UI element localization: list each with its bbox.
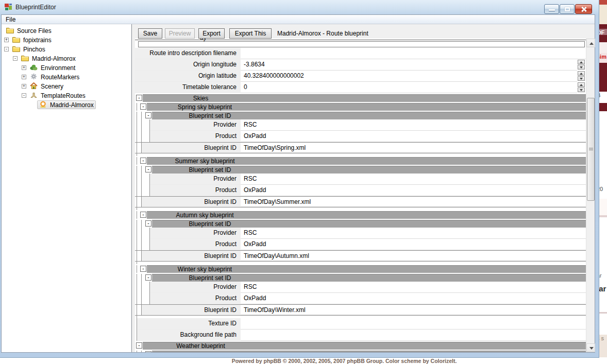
collapse-button[interactable]: - [140, 266, 146, 272]
tree-item-source-files[interactable]: Source Files [2, 26, 131, 35]
collapse-button[interactable]: - [140, 103, 146, 110]
tree-node-body[interactable]: Scenery [28, 82, 65, 90]
collapse-button[interactable]: - [136, 95, 142, 101]
numeric-spinner[interactable] [578, 82, 585, 93]
property-value[interactable]: RSC [241, 282, 586, 293]
tree-node-body[interactable]: Pinchos [11, 45, 47, 53]
scrollbar-thumb[interactable] [587, 98, 595, 201]
tree-node-body[interactable]: Source Files [5, 27, 53, 34]
group-guide-line [137, 197, 137, 207]
vertical-scrollbar[interactable] [586, 39, 595, 352]
tree-node-body[interactable]: RouteMarkers [28, 73, 81, 81]
collapse-button[interactable]: - [145, 274, 151, 281]
property-value[interactable]: TimeOfDay\Summer.xml [241, 197, 586, 207]
collapse-button[interactable]: - [145, 351, 151, 352]
tree-node-body[interactable]: fopixtrains [11, 36, 53, 44]
group-gap [135, 262, 586, 264]
expand-icon[interactable]: + [22, 65, 26, 70]
collapse-button[interactable]: - [145, 220, 151, 227]
group-header-blueprint-set-id: -Blueprint set ID [135, 112, 586, 119]
tree-node-body[interactable]: Environment [28, 64, 77, 72]
property-value[interactable]: 0 [241, 82, 577, 93]
expand-icon[interactable]: + [4, 38, 9, 42]
tree-item-environment[interactable]: +Environment [2, 63, 131, 72]
property-value[interactable]: -3.8634 [241, 59, 577, 71]
menu-file[interactable]: File [2, 15, 20, 24]
property-value[interactable]: TimeOfDay\Winter.xml [241, 305, 586, 315]
tree-node-body[interactable]: Madrid-Almorox [20, 55, 77, 62]
folder-icon [21, 55, 29, 62]
tree-item-pinchos[interactable]: -Pinchos [2, 44, 131, 54]
tree-item-scenery[interactable]: +Scenery [2, 81, 131, 91]
property-value[interactable]: OxPadd [241, 185, 586, 196]
group-guide-line [141, 131, 142, 142]
group-guide-line [137, 103, 137, 111]
tree-item-templateroutes[interactable]: -TemplateRoutes [2, 91, 131, 100]
group-guide-line [137, 174, 137, 185]
document-title: Madrid-Almorox - Route blueprint [277, 30, 368, 37]
scroll-up-button[interactable] [586, 39, 595, 47]
arrow-up-icon [589, 42, 594, 45]
spinner-up-button[interactable] [578, 71, 585, 76]
group-guide-line [137, 351, 137, 352]
tree-item-fopixtrains[interactable]: +fopixtrains [2, 35, 131, 44]
tree-item-madrid-almorox[interactable]: -Madrid-Almorox [2, 54, 131, 63]
property-value[interactable]: RSC [241, 174, 586, 185]
group-header-skies: -Skies [135, 94, 586, 102]
property-value[interactable]: 40.328400000000002 [241, 71, 577, 82]
text-input[interactable] [138, 41, 585, 47]
scroll-down-button[interactable] [586, 343, 595, 352]
tree-node-body[interactable]: TemplateRoutes [28, 92, 87, 99]
save-button[interactable]: Save [138, 28, 162, 39]
minimize-button[interactable] [544, 4, 559, 14]
export-this-button[interactable]: Export This [229, 28, 272, 39]
group-header-winter-sky-blueprint: -Winter sky blueprint [135, 265, 586, 273]
spinner-down-button[interactable] [578, 88, 585, 92]
property-label: Texture ID [137, 318, 241, 330]
collapse-button[interactable]: - [145, 166, 151, 172]
collapse-button[interactable]: - [136, 342, 142, 349]
property-value[interactable]: OxPadd [241, 293, 586, 304]
group-guide-line [137, 220, 137, 228]
numeric-spinner[interactable] [578, 71, 585, 81]
group-header-label: Blueprint set ID [160, 274, 260, 282]
tree-node-body[interactable]: Madrid-Almorox [37, 100, 96, 109]
collapse-icon[interactable]: - [4, 47, 9, 51]
property-value[interactable] [241, 330, 586, 341]
tree-item-routemarkers[interactable]: +RouteMarkers [2, 72, 131, 81]
spinner-up-button[interactable] [578, 60, 585, 64]
row-timetable-tolerance: Timetable tolerance0 [135, 82, 586, 93]
property-value[interactable]: TimeOfDay\Autumn.xml [241, 251, 586, 261]
property-label: Provider [150, 174, 241, 185]
spinner-up-button[interactable] [578, 82, 585, 87]
collapse-button[interactable]: - [145, 112, 151, 118]
expand-icon[interactable]: + [22, 75, 26, 79]
property-value[interactable]: OxPadd [241, 239, 586, 250]
export-button[interactable]: Export [198, 28, 225, 39]
property-label: Product [150, 293, 241, 304]
property-value[interactable]: TimeOfDay\Spring.xml [241, 143, 586, 153]
collapse-icon[interactable]: - [22, 93, 26, 98]
row-blueprint-id: Blueprint IDTimeOfDay\Autumn.xml [135, 250, 586, 262]
group-header-autumn-sky-blueprint: -Autumn sky blueprint [135, 211, 586, 219]
group-guide-line [137, 131, 137, 142]
numeric-spinner[interactable] [578, 60, 585, 70]
group-header-bar: Spring sky blueprint [147, 103, 586, 111]
collapse-icon[interactable]: - [13, 56, 18, 61]
maximize-button[interactable] [560, 4, 575, 14]
property-value[interactable] [241, 318, 586, 330]
spinner-down-button[interactable] [578, 76, 585, 81]
spinner-down-button[interactable] [578, 65, 585, 70]
folder-icon [12, 45, 21, 53]
property-value[interactable]: OxPadd [241, 131, 586, 142]
property-value[interactable]: RSC [241, 119, 586, 131]
close-button[interactable] [575, 4, 592, 14]
property-value[interactable]: RSC [241, 228, 586, 239]
expand-icon[interactable]: + [22, 84, 26, 89]
collapse-button[interactable]: - [140, 212, 146, 218]
tree-item-madrid-almorox[interactable]: Madrid-Almorox [2, 100, 131, 109]
collapse-button[interactable]: - [140, 158, 146, 164]
property-value[interactable] [241, 48, 586, 59]
group-guide-line [137, 207, 137, 210]
title-bar[interactable]: BlueprintEditor [0, 0, 599, 14]
